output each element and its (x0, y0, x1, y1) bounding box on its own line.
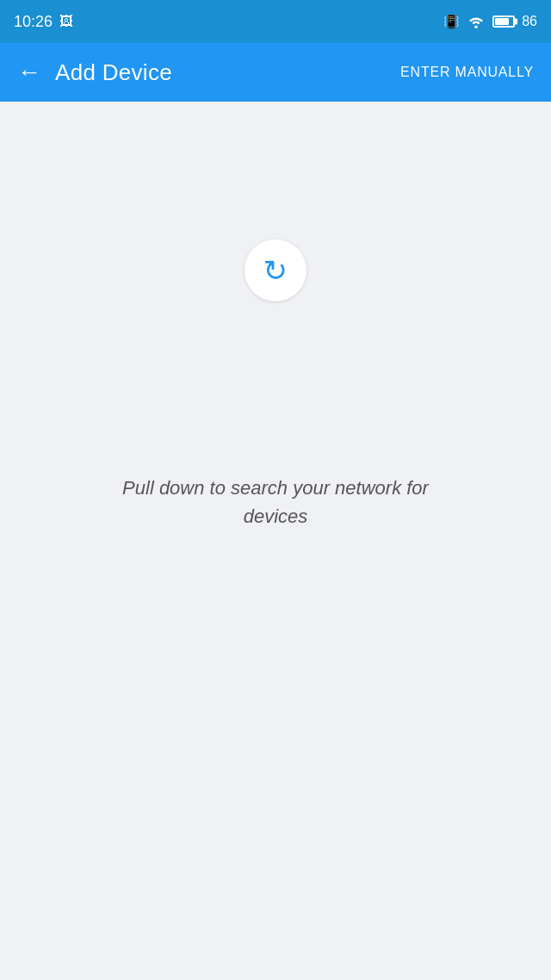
svg-point-0 (474, 25, 478, 28)
toolbar: ← Add Device ENTER MANUALLY (0, 43, 551, 102)
status-left: 10:26 🖼 (14, 13, 73, 31)
toolbar-left: ← Add Device (17, 59, 172, 86)
image-icon: 🖼 (59, 14, 73, 29)
enter-manually-button[interactable]: ENTER MANUALLY (400, 65, 534, 80)
vibrate-icon: 📳 (443, 14, 460, 29)
page-title: Add Device (55, 59, 172, 86)
main-content: ↺ Pull down to search your network for d… (0, 102, 551, 980)
status-bar: 10:26 🖼 📳 86 (0, 0, 551, 43)
refresh-icon: ↺ (263, 256, 288, 285)
status-time: 10:26 (14, 13, 53, 31)
wifi-icon (467, 15, 486, 28)
battery-level: 86 (522, 14, 537, 29)
back-button[interactable]: ← (17, 60, 41, 84)
battery-indicator (492, 16, 515, 28)
battery-fill (495, 18, 509, 25)
status-right: 📳 86 (443, 14, 537, 29)
battery-body (492, 16, 515, 28)
pull-down-hint: Pull down to search your network for dev… (95, 474, 456, 530)
refresh-container: ↺ (245, 239, 306, 301)
